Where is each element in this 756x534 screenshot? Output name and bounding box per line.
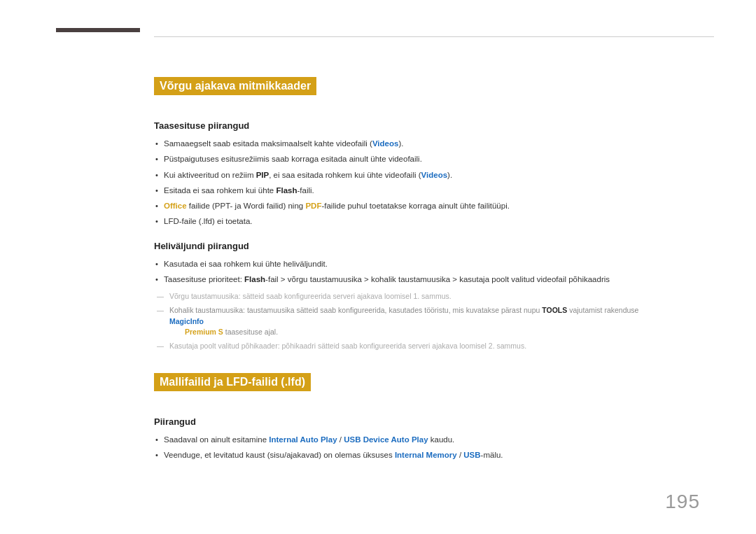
subsection1-title: Taasesituse piirangud [154,120,658,131]
subsection2-list: Kasutada ei saa rohkem kui ühte helivälj… [154,258,658,286]
list-item: Veenduge, et levitatud kaust (sisu/ajaka… [154,449,658,461]
subsection2: Heliväljundi piirangud Kasutada ei saa r… [154,241,658,352]
list-item: Office failide (PPT- ja Wordi failid) ni… [154,200,658,212]
subsection3-list: Saadaval on ainult esitamine Internal Au… [154,434,658,462]
page-number: 195 [665,491,700,513]
top-line [154,36,714,37]
section1: Võrgu ajakava mitmikkaader [154,77,658,108]
subsection1: Taasesituse piirangud Samaaegselt saab e… [154,120,658,228]
list-item: Samaaegselt saab esitada maksimaalselt k… [154,138,658,150]
content-area: Võrgu ajakava mitmikkaader Taasesituse p… [56,77,700,461]
subsection2-title: Heliväljundi piirangud [154,241,658,251]
section2: Mallifailid ja LFD-failid (.lfd) [154,373,658,404]
list-item: LFD-faile (.lfd) ei toetata. [154,216,658,227]
section2-title: Mallifailid ja LFD-failid (.lfd) [154,373,311,391]
list-item: Kasutaja poolt valitud põhikaader: põhik… [154,341,658,352]
page-container: Võrgu ajakava mitmikkaader Taasesituse p… [0,0,756,534]
subsection1-list: Samaaegselt saab esitada maksimaalselt k… [154,138,658,228]
subsection3-title: Piirangud [154,416,658,427]
left-accent-bar [56,28,140,32]
list-item: Esitada ei saa rohkem kui ühte Flash-fai… [154,185,658,197]
list-item: Kui aktiveeritud on režiim PIP, ei saa e… [154,169,658,181]
subsection3: Piirangud Saadaval on ainult esitamine I… [154,416,658,462]
section1-title: Võrgu ajakava mitmikkaader [154,77,316,95]
list-item: Saadaval on ainult esitamine Internal Au… [154,434,658,446]
list-item: Kasutada ei saa rohkem kui ühte helivälj… [154,258,658,270]
list-item: Kohalik taustamuusika: taustamuusika sät… [154,305,658,338]
subsection2-sub-list: Võrgu taustamuusika: sätteid saab konfig… [154,291,658,352]
list-item: Taasesituse prioriteet: Flash-fail > võr… [154,274,658,286]
list-item: Püstpaigutuses esitusrežiimis saab korra… [154,153,658,165]
list-item: Võrgu taustamuusika: sätteid saab konfig… [154,291,658,302]
